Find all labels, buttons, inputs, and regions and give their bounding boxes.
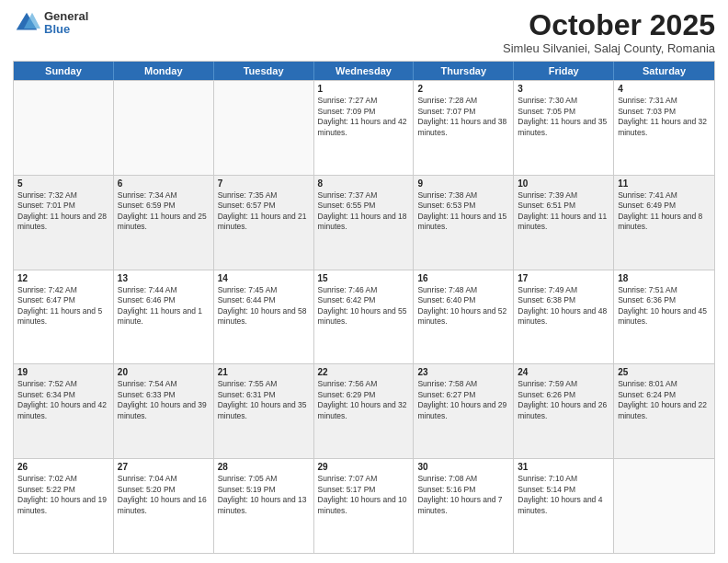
- sunrise-text: Sunrise: 7:58 AM: [417, 379, 509, 389]
- daylight-text: Daylight: 10 hours and 10 minutes.: [318, 495, 410, 516]
- day-cell-16: 16Sunrise: 7:48 AMSunset: 6:40 PMDayligh…: [414, 270, 514, 364]
- logo-general-text: General: [44, 10, 88, 23]
- day-number: 4: [618, 84, 711, 94]
- day-cell-6: 6Sunrise: 7:34 AMSunset: 6:59 PMDaylight…: [114, 176, 214, 270]
- sunrise-text: Sunrise: 7:34 AM: [118, 190, 210, 201]
- sunset-text: Sunset: 5:14 PM: [518, 485, 609, 495]
- sunset-text: Sunset: 6:26 PM: [518, 390, 609, 400]
- day-header-saturday: Saturday: [614, 62, 714, 80]
- daylight-text: Daylight: 11 hours and 32 minutes.: [618, 117, 711, 138]
- sunrise-text: Sunrise: 7:07 AM: [318, 474, 410, 484]
- day-number: 14: [218, 273, 310, 283]
- empty-cell: [614, 459, 714, 553]
- day-cell-10: 10Sunrise: 7:39 AMSunset: 6:51 PMDayligh…: [514, 176, 614, 270]
- day-number: 26: [17, 462, 109, 472]
- day-number: 19: [17, 367, 109, 377]
- sunset-text: Sunset: 6:36 PM: [618, 295, 711, 305]
- day-cell-22: 22Sunrise: 7:56 AMSunset: 6:29 PMDayligh…: [314, 364, 415, 458]
- daylight-text: Daylight: 11 hours and 1 minute.: [118, 306, 210, 327]
- day-cell-13: 13Sunrise: 7:44 AMSunset: 6:46 PMDayligh…: [114, 270, 214, 364]
- logo: General Blue: [13, 9, 88, 37]
- daylight-text: Daylight: 11 hours and 42 minutes.: [318, 117, 410, 138]
- daylight-text: Daylight: 11 hours and 28 minutes.: [17, 212, 109, 233]
- sunrise-text: Sunrise: 7:30 AM: [518, 96, 609, 106]
- page: General Blue October 2025 Simleu Silvani…: [0, 0, 728, 563]
- location-subtitle: Simleu Silvaniei, Salaj County, Romania: [503, 41, 715, 55]
- sunrise-text: Sunrise: 7:55 AM: [218, 379, 310, 389]
- day-number: 9: [417, 178, 509, 189]
- daylight-text: Daylight: 10 hours and 19 minutes.: [17, 495, 109, 516]
- sunset-text: Sunset: 6:55 PM: [318, 201, 410, 211]
- sunset-text: Sunset: 6:42 PM: [318, 295, 410, 305]
- month-title: October 2025: [503, 9, 715, 41]
- sunset-text: Sunset: 6:27 PM: [417, 390, 509, 400]
- day-cell-31: 31Sunrise: 7:10 AMSunset: 5:14 PMDayligh…: [514, 459, 614, 553]
- daylight-text: Daylight: 10 hours and 45 minutes.: [618, 306, 711, 327]
- empty-cell: [114, 81, 214, 175]
- sunrise-text: Sunrise: 7:28 AM: [417, 96, 509, 106]
- day-number: 25: [618, 367, 711, 377]
- day-cell-1: 1Sunrise: 7:27 AMSunset: 7:09 PMDaylight…: [314, 81, 415, 175]
- day-number: 18: [618, 273, 711, 283]
- daylight-text: Daylight: 10 hours and 32 minutes.: [318, 400, 410, 421]
- daylight-text: Daylight: 10 hours and 48 minutes.: [518, 306, 609, 327]
- sunrise-text: Sunrise: 7:35 AM: [218, 190, 310, 201]
- daylight-text: Daylight: 10 hours and 55 minutes.: [318, 306, 410, 327]
- sunrise-text: Sunrise: 7:46 AM: [318, 285, 410, 295]
- sunset-text: Sunset: 6:29 PM: [318, 390, 410, 400]
- sunset-text: Sunset: 6:59 PM: [118, 201, 210, 211]
- daylight-text: Daylight: 10 hours and 29 minutes.: [417, 400, 509, 421]
- daylight-text: Daylight: 10 hours and 16 minutes.: [118, 495, 210, 516]
- sunset-text: Sunset: 6:31 PM: [218, 390, 310, 400]
- day-cell-27: 27Sunrise: 7:04 AMSunset: 5:20 PMDayligh…: [114, 459, 214, 553]
- daylight-text: Daylight: 10 hours and 26 minutes.: [518, 400, 609, 421]
- day-header-tuesday: Tuesday: [214, 62, 314, 80]
- sunrise-text: Sunrise: 7:56 AM: [318, 379, 410, 389]
- daylight-text: Daylight: 11 hours and 18 minutes.: [318, 212, 410, 233]
- day-number: 23: [417, 367, 509, 377]
- sunrise-text: Sunrise: 7:27 AM: [318, 96, 410, 106]
- logo-blue-text: Blue: [44, 23, 88, 36]
- sunset-text: Sunset: 7:05 PM: [518, 107, 609, 117]
- empty-cell: [214, 81, 314, 175]
- week-row-1: 1Sunrise: 7:27 AMSunset: 7:09 PMDaylight…: [14, 80, 714, 175]
- daylight-text: Daylight: 11 hours and 5 minutes.: [17, 306, 109, 327]
- day-number: 5: [17, 178, 109, 189]
- day-cell-3: 3Sunrise: 7:30 AMSunset: 7:05 PMDaylight…: [514, 81, 614, 175]
- day-cell-2: 2Sunrise: 7:28 AMSunset: 7:07 PMDaylight…: [414, 81, 514, 175]
- daylight-text: Daylight: 10 hours and 58 minutes.: [218, 306, 310, 327]
- empty-cell: [14, 81, 114, 175]
- sunset-text: Sunset: 7:09 PM: [318, 107, 410, 117]
- day-cell-23: 23Sunrise: 7:58 AMSunset: 6:27 PMDayligh…: [414, 364, 514, 458]
- daylight-text: Daylight: 11 hours and 35 minutes.: [518, 117, 609, 138]
- daylight-text: Daylight: 11 hours and 38 minutes.: [417, 117, 509, 138]
- sunset-text: Sunset: 6:49 PM: [618, 201, 711, 211]
- daylight-text: Daylight: 10 hours and 22 minutes.: [618, 400, 711, 421]
- daylight-text: Daylight: 11 hours and 11 minutes.: [518, 212, 609, 233]
- sunrise-text: Sunrise: 8:01 AM: [618, 379, 711, 389]
- sunrise-text: Sunrise: 7:59 AM: [518, 379, 609, 389]
- sunrise-text: Sunrise: 7:44 AM: [118, 285, 210, 295]
- sunset-text: Sunset: 6:38 PM: [518, 295, 609, 305]
- sunrise-text: Sunrise: 7:31 AM: [618, 96, 711, 106]
- daylight-text: Daylight: 11 hours and 8 minutes.: [618, 212, 711, 233]
- sunrise-text: Sunrise: 7:51 AM: [618, 285, 711, 295]
- sunset-text: Sunset: 5:17 PM: [318, 485, 410, 495]
- sunrise-text: Sunrise: 7:05 AM: [218, 474, 310, 484]
- sunrise-text: Sunrise: 7:08 AM: [417, 474, 509, 484]
- day-number: 17: [518, 273, 609, 283]
- daylight-text: Daylight: 11 hours and 15 minutes.: [417, 212, 509, 233]
- day-number: 10: [518, 178, 609, 189]
- sunset-text: Sunset: 6:51 PM: [518, 201, 609, 211]
- header: General Blue October 2025 Simleu Silvani…: [13, 9, 715, 55]
- day-number: 6: [118, 178, 210, 189]
- day-cell-11: 11Sunrise: 7:41 AMSunset: 6:49 PMDayligh…: [614, 176, 714, 270]
- sunset-text: Sunset: 6:57 PM: [218, 201, 310, 211]
- daylight-text: Daylight: 10 hours and 42 minutes.: [17, 400, 109, 421]
- sunrise-text: Sunrise: 7:38 AM: [417, 190, 509, 201]
- sunset-text: Sunset: 7:03 PM: [618, 107, 711, 117]
- sunrise-text: Sunrise: 7:52 AM: [17, 379, 109, 389]
- day-cell-17: 17Sunrise: 7:49 AMSunset: 6:38 PMDayligh…: [514, 270, 614, 364]
- day-number: 27: [118, 462, 210, 472]
- week-row-4: 19Sunrise: 7:52 AMSunset: 6:34 PMDayligh…: [14, 363, 714, 458]
